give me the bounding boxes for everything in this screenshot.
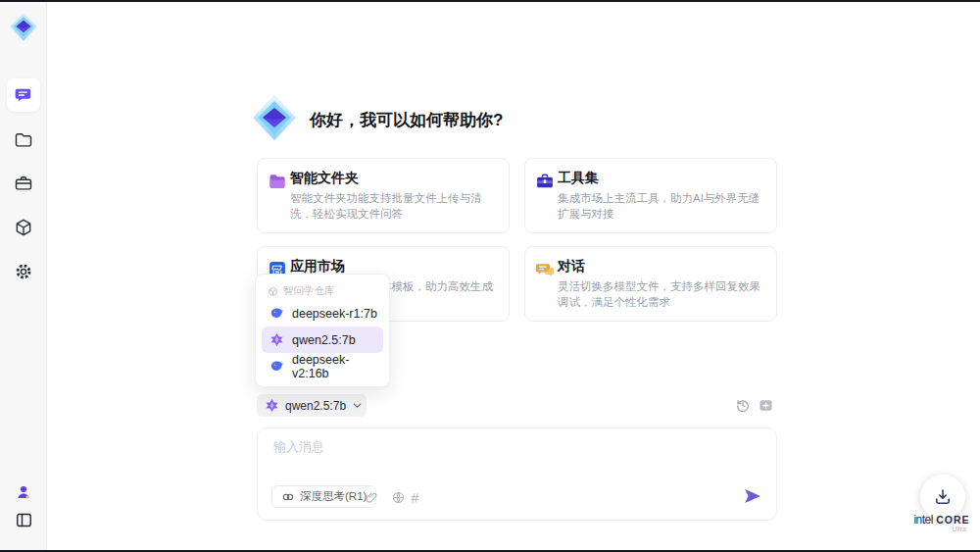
folder-icon [14,130,33,150]
model-option-label: deepseek-r1:7b [292,307,377,321]
card-desc: 灵活切换多模型文件，支持多样回复效果调试，满足个性化需求 [558,278,766,310]
deepthink-icon [281,490,295,504]
model-dropdown-menu: 智问学仓库 deepseek-r1:7b qwen2.5:7b deepseek… [255,274,390,387]
new-chat-icon[interactable] [757,396,774,414]
intel-sub-label: Ultra [907,526,976,532]
greeting-title: 你好，我可以如何帮助你? [310,109,503,131]
message-input[interactable] [273,438,744,477]
deepseek-whale-icon [270,359,284,374]
qwen-icon [265,398,279,413]
sidebar-item-folders[interactable] [7,124,40,157]
model-option-deepseek-r1[interactable]: deepseek-r1:7b [262,300,383,326]
model-dropdown-header-label: 智问学仓库 [283,284,335,298]
user-icon [15,483,32,501]
model-option-deepseek-v2[interactable]: deepseek-v2:16b [262,353,383,379]
app-logo-icon [9,12,38,41]
cube-icon [14,218,33,237]
deepthink-toggle[interactable]: 深度思考(R1) [271,485,376,508]
card-title: 工具集 [558,170,599,187]
screen-top-edge [0,0,980,2]
paperclip-icon[interactable] [364,489,380,506]
card-desc: 智能文件夹功能支持批量文件上传与清洗，轻松实现文件问答 [290,190,499,222]
deepthink-label: 深度思考(R1) [300,489,367,504]
history-icon[interactable] [734,396,752,414]
hash-icon[interactable]: # [407,489,423,506]
card-smart-folder[interactable]: 智能文件夹 智能文件夹功能支持批量文件上传与清洗，轻松实现文件问答 [257,158,510,233]
chat-icon [14,85,33,105]
toolset-briefcase-icon [535,172,555,191]
intel-core-logo: intel CORE Ultra [907,513,976,532]
sidebar-item-chat[interactable] [7,78,40,112]
sidebar-item-toolbox[interactable] [7,167,40,200]
qwen-icon [270,332,284,347]
model-option-label: qwen2.5:7b [292,333,356,347]
globe-icon[interactable] [390,489,407,506]
card-title: 对话 [558,258,585,276]
model-selector-value: qwen2.5:7b [285,399,346,413]
chevron-down-icon [352,400,363,411]
briefcase-icon [14,174,33,193]
sidebar [0,2,47,550]
repo-icon [268,286,278,297]
message-composer: 深度思考(R1) # [257,427,777,521]
sidebar-item-collapse[interactable] [7,503,40,536]
model-dropdown-header: 智问学仓库 [262,282,383,300]
greeting-logo-icon [251,94,298,141]
model-option-label: deepseek-v2:16b [292,353,383,380]
card-title: 智能文件夹 [290,170,359,187]
intel-wordmark: intel [913,513,933,527]
send-icon[interactable] [741,484,764,508]
model-option-qwen[interactable]: qwen2.5:7b [262,326,383,353]
deepseek-whale-icon [270,306,284,321]
gear-icon [14,262,33,281]
card-toolset[interactable]: 工具集 集成市场上主流工具，助力AI与外界无缝扩展与对接 [524,158,777,233]
panel-icon [15,511,33,529]
core-wordmark: CORE [936,514,969,526]
sidebar-item-settings[interactable] [7,255,40,288]
model-selector-button[interactable]: qwen2.5:7b [257,394,367,417]
purple-folder-icon [268,172,287,191]
card-desc: 集成市场上主流工具，助力AI与外界无缝扩展与对接 [558,190,766,222]
sidebar-item-models[interactable] [7,211,40,244]
card-dialogue[interactable]: 对话 灵活切换多模型文件，支持多样回复效果调试，满足个性化需求 [524,246,777,322]
chat-bubbles-icon [535,260,555,279]
